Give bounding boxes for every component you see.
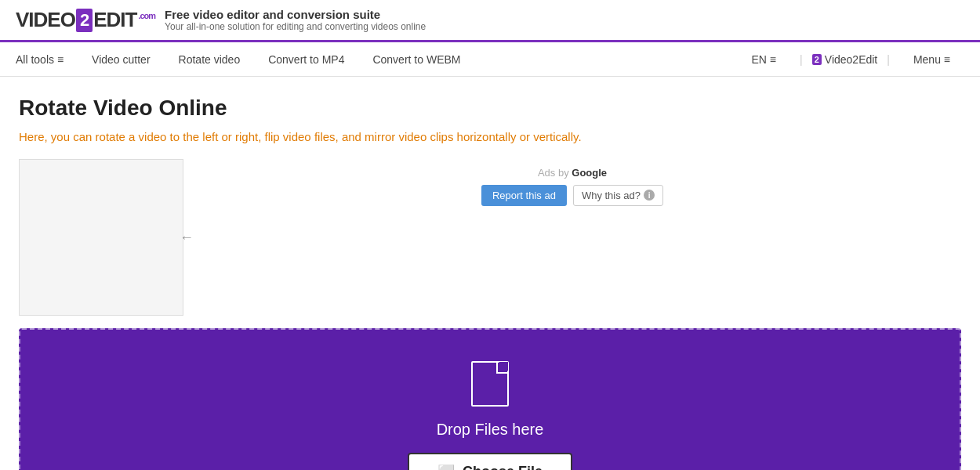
nav-lang[interactable]: EN ≡ (738, 42, 791, 77)
why-ad-label: Why this ad? (582, 190, 641, 201)
ads-by-label: Ads by (538, 167, 569, 179)
file-icon (471, 361, 509, 407)
ad-center: Ads by Google Report this ad Why this ad… (183, 159, 961, 316)
logo[interactable]: VIDEO 2 EDIT .com (16, 8, 155, 32)
header: VIDEO 2 EDIT .com Free video editor and … (0, 0, 980, 42)
page-description: Here, you can rotate a video to the left… (19, 128, 961, 146)
nav-brand[interactable]: 2 Video2Edit (812, 53, 878, 66)
logo-2: 2 (76, 9, 93, 32)
dropzone[interactable]: Drop Files here ⬜ Choose File Enter URL … (19, 328, 961, 471)
nav-all-tools[interactable]: All tools ≡ (16, 42, 78, 77)
logo-edit: EDIT (93, 8, 136, 32)
file-btn-icon: ⬜ (437, 464, 455, 471)
choose-file-button[interactable]: ⬜ Choose File (408, 453, 572, 471)
nav-rotate-video[interactable]: Rotate video (165, 42, 255, 77)
nav-left: All tools ≡ Video cutter Rotate video Co… (16, 42, 738, 77)
nav-menu[interactable]: Menu ≡ (899, 42, 964, 77)
nav-divider-1: | (800, 53, 803, 66)
drop-files-text: Drop Files here (437, 421, 544, 439)
nav-right: EN ≡ | 2 Video2Edit | Menu ≡ (738, 42, 964, 77)
main-content: Rotate Video Online Here, you can rotate… (0, 77, 980, 316)
dropzone-wrapper: Drop Files here ⬜ Choose File Enter URL … (0, 316, 980, 471)
google-label: Google (572, 167, 607, 179)
ads-by-google: Ads by Google (538, 167, 607, 179)
nav-convert-mp4[interactable]: Convert to MP4 (254, 42, 358, 77)
ad-sidebar: ← (19, 159, 183, 316)
header-tagline: Free video editor and conversion suite Y… (165, 8, 426, 32)
content-area: ← Ads by Google Report this ad Why this … (19, 159, 961, 316)
sidebar-collapse-arrow[interactable]: ← (180, 229, 194, 245)
logo-video: VIDEO (16, 8, 75, 32)
nav-brand-icon: 2 (812, 54, 822, 65)
logo-com: .com (138, 11, 155, 20)
why-ad-button[interactable]: Why this ad? i (573, 185, 663, 206)
nav-divider-2: | (887, 53, 890, 66)
choose-file-label: Choose File (463, 464, 543, 470)
ad-report-row: Report this ad Why this ad? i (481, 185, 663, 206)
nav-convert-webm[interactable]: Convert to WEBM (358, 42, 474, 77)
page-title: Rotate Video Online (19, 96, 961, 121)
logo-area: VIDEO 2 EDIT .com Free video editor and … (16, 8, 426, 32)
report-ad-button[interactable]: Report this ad (481, 185, 567, 206)
nav-brand-label: Video2Edit (825, 53, 877, 66)
nav-video-cutter[interactable]: Video cutter (78, 42, 164, 77)
info-icon: i (644, 190, 655, 201)
tagline-main: Free video editor and conversion suite (165, 8, 426, 21)
tagline-sub: Your all-in-one solution for editing and… (165, 21, 426, 32)
nav: All tools ≡ Video cutter Rotate video Co… (0, 42, 980, 77)
